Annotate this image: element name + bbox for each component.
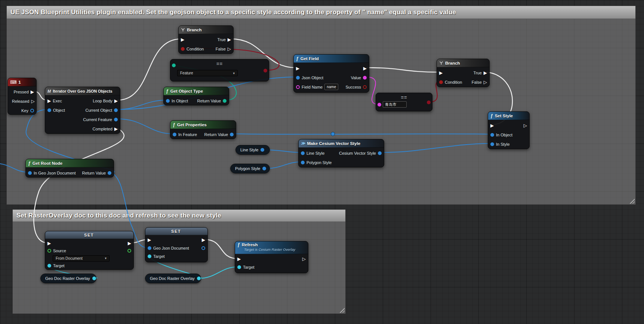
set-source-node[interactable]: SET ▶ ▶ Source From Document ▾ [45, 231, 134, 270]
set-geo-json-document-node[interactable]: SET ▶ ▶ Geo Json Document Target [145, 227, 208, 262]
condition-pin[interactable] [439, 80, 443, 84]
pin-label: Geo Json Document [153, 246, 189, 250]
condition-pin[interactable] [181, 47, 185, 51]
return-value-pin[interactable] [223, 99, 227, 103]
exec-in-pin[interactable]: ▶ [47, 241, 51, 246]
key-pin[interactable] [30, 109, 34, 112]
released-exec-pin[interactable]: ▷ [31, 99, 34, 104]
node-title: Set Style [495, 114, 513, 118]
current-feature-pin[interactable] [114, 118, 118, 121]
exec-in-pin[interactable]: ▶ [47, 99, 51, 103]
pin-label: In Style [496, 142, 510, 146]
geo-json-document-pin[interactable] [148, 246, 151, 250]
exec-in-pin[interactable]: ▶ [490, 123, 494, 128]
exec-in-pin[interactable]: ▶ [296, 66, 299, 71]
polygon-style-variable[interactable]: Polygon Style [230, 164, 270, 173]
enum-dropdown[interactable]: Feature ▾ [177, 70, 238, 76]
completed-exec-pin[interactable]: ▶ [114, 127, 118, 131]
success-pin[interactable] [363, 85, 367, 89]
in-object-pin[interactable] [166, 99, 170, 103]
pin-label: Json Object [302, 75, 323, 80]
refresh-node[interactable]: ƒ Refresh Target is Cesium Raster Overla… [235, 241, 308, 273]
node-title: SET [171, 229, 181, 234]
variable-label: Geo Doc Raster Overlay [150, 276, 195, 281]
equal-input-pin[interactable] [172, 64, 176, 67]
node-title: Get Field [301, 56, 319, 61]
value-pin[interactable] [363, 76, 367, 80]
exec-in-pin[interactable]: ▶ [148, 238, 151, 242]
resize-grip[interactable] [339, 307, 345, 313]
line-style-pin[interactable] [301, 151, 305, 155]
true-exec-pin[interactable]: ▶ [228, 37, 231, 42]
equal-output-pin[interactable] [264, 69, 267, 72]
iterator-node[interactable]: M Iterator Over Geo JSON Objects ▶ Exec … [45, 87, 120, 134]
branch-node-right[interactable]: Branch ▶ True ▶ Condition False ▷ [437, 59, 490, 87]
blueprint-canvas[interactable]: UE JSON Blueprint Utilities plugin enabl… [0, 0, 644, 324]
get-field-node[interactable]: ƒ Get Field ▶ ▶ Json Object Value Field … [293, 54, 369, 93]
pin-label: In Geo Json Document [34, 171, 76, 175]
exec-in-pin[interactable]: ▶ [237, 257, 241, 261]
equal-output-pin[interactable] [427, 101, 431, 104]
get-properties-node[interactable]: ƒ Get Properties In Feature Return Value [170, 120, 236, 139]
in-style-pin[interactable] [490, 142, 494, 146]
return-value-pin[interactable] [230, 133, 234, 136]
output-pin[interactable] [197, 277, 201, 280]
in-object-pin[interactable] [490, 133, 494, 137]
resize-grip[interactable] [629, 198, 635, 204]
equal-enum-node[interactable]: == Feature ▾ [170, 59, 269, 81]
in-feature-pin[interactable] [173, 133, 176, 136]
exec-out-pin[interactable]: ▶ [363, 66, 367, 71]
field-name-input[interactable]: name [324, 84, 338, 90]
output-pin[interactable] [262, 167, 266, 170]
document-out-pin[interactable] [201, 246, 205, 250]
get-root-node-node[interactable]: ƒ Get Root Node In Geo Json Document Ret… [25, 159, 114, 178]
target-pin[interactable] [237, 265, 241, 269]
object-pin[interactable] [47, 108, 51, 112]
exec-in-pin[interactable]: ▶ [439, 71, 443, 75]
line-style-variable[interactable]: Line Style [235, 145, 270, 155]
set-style-node[interactable]: ƒ Set Style ▶ ▷ In Object In Style [488, 111, 530, 149]
make-struct-icon: ≫ [301, 141, 305, 146]
target-pin[interactable] [47, 264, 51, 268]
get-object-type-node[interactable]: ƒ Get Object Type In Object Return Value [163, 87, 229, 105]
exec-in-pin[interactable]: ▶ [181, 37, 184, 42]
equal-string-node[interactable]: == 青岛市 [376, 93, 432, 111]
return-value-pin[interactable] [108, 171, 111, 175]
source-out-pin[interactable] [127, 249, 131, 253]
true-exec-pin[interactable]: ▶ [484, 71, 487, 75]
in-geo-json-document-pin[interactable] [28, 171, 32, 175]
geo-doc-raster-overlay-variable-left[interactable]: Geo Doc Raster Overlay [40, 274, 96, 283]
comment-header[interactable]: UE JSON Blueprint Utilities plugin enabl… [7, 6, 635, 19]
exec-out-pin[interactable]: ▶ [202, 238, 205, 242]
node-title: Branch [187, 28, 202, 32]
geo-doc-raster-overlay-variable-right[interactable]: Geo Doc Raster Overlay [145, 274, 201, 283]
branch-node-top[interactable]: Branch ▶ True ▶ Condition False ▷ [178, 25, 234, 54]
false-exec-pin[interactable]: ▷ [484, 80, 487, 84]
comment-title: Set RasterOverlay doc to this doc and re… [16, 212, 221, 219]
pin-label: In Object [496, 133, 512, 137]
exec-out-pin[interactable]: ▶ [128, 241, 131, 246]
cesium-vector-style-pin[interactable] [378, 151, 382, 155]
keyboard-event-node[interactable]: ⌨ 1 Pressed▶ Released▷ Key [7, 78, 37, 115]
pin-label: False [472, 80, 482, 84]
output-pin[interactable] [92, 277, 96, 280]
loop-body-exec-pin[interactable]: ▶ [114, 99, 118, 103]
pressed-exec-pin[interactable]: ▶ [31, 90, 34, 94]
compare-value-input[interactable]: 青岛市 [383, 101, 407, 108]
make-cesium-vector-style-node[interactable]: ≫ Make Cesium Vector Style Line Style Ce… [298, 139, 384, 167]
json-object-pin[interactable] [296, 76, 300, 80]
current-object-pin[interactable] [114, 108, 118, 112]
source-dropdown[interactable]: From Document ▾ [53, 255, 110, 262]
exec-out-pin[interactable]: ▷ [524, 123, 527, 128]
source-pin[interactable] [47, 249, 51, 253]
target-pin[interactable] [148, 254, 151, 258]
output-pin[interactable] [261, 148, 264, 152]
equal-input-pin[interactable] [378, 103, 381, 107]
false-exec-pin[interactable]: ▷ [228, 47, 231, 51]
polygon-style-pin[interactable] [301, 161, 305, 164]
reroute-node[interactable] [331, 132, 335, 136]
field-name-pin[interactable] [296, 85, 300, 89]
pin-label: Condition [445, 80, 462, 84]
comment-header[interactable]: Set RasterOverlay doc to this doc and re… [13, 210, 345, 222]
exec-out-pin[interactable]: ▷ [302, 257, 306, 261]
